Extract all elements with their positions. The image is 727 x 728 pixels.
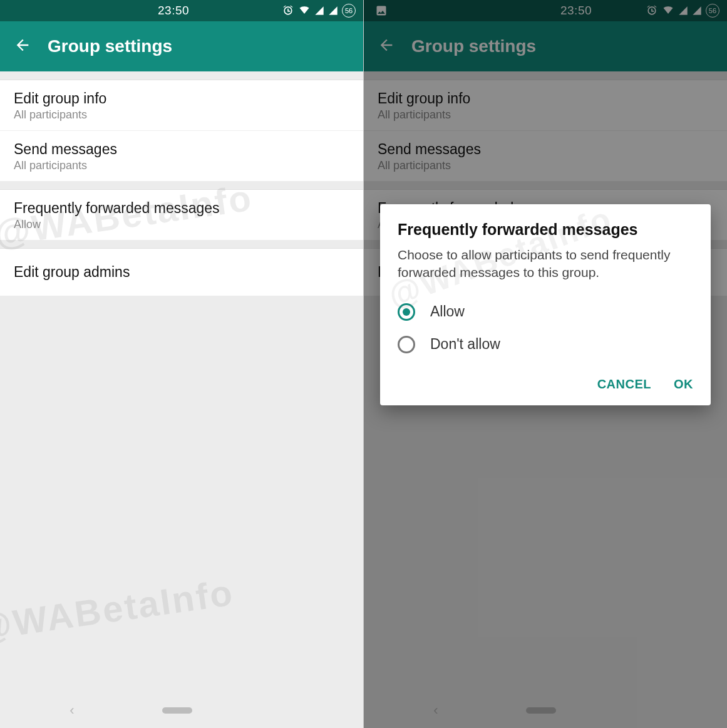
radio-icon[interactable] [398, 336, 415, 353]
battery-icon: 56 [342, 4, 356, 18]
signal-icon [328, 6, 338, 16]
setting-send-messages[interactable]: Send messages All participants [0, 131, 363, 181]
setting-subtitle: Allow [14, 218, 349, 231]
navigation-bar: ‹ [0, 693, 363, 728]
back-icon[interactable] [14, 36, 31, 57]
screenshot-right: 23:50 56 Group settings Edit group info … [364, 0, 727, 728]
settings-group-forwarded: Frequently forwarded messages Allow [0, 190, 363, 240]
setting-frequently-forwarded[interactable]: Frequently forwarded messages Allow [0, 190, 363, 240]
section-gap [0, 181, 363, 190]
wifi-icon [298, 4, 311, 17]
setting-subtitle: All participants [14, 108, 349, 122]
settings-group-permissions: Edit group info All participants Send me… [0, 80, 363, 181]
cancel-button[interactable]: CANCEL [597, 377, 651, 392]
setting-title: Edit group admins [14, 264, 349, 281]
settings-group-admins: Edit group admins [0, 249, 363, 296]
nav-home-icon[interactable] [162, 707, 192, 714]
setting-title: Send messages [14, 141, 349, 158]
page-title: Group settings [48, 36, 172, 56]
radio-label: Allow [430, 303, 465, 320]
ok-button[interactable]: OK [674, 377, 693, 392]
alarm-icon [282, 4, 294, 17]
nav-back-icon[interactable]: ‹ [70, 702, 74, 719]
radio-option-dont-allow[interactable]: Don't allow [398, 328, 693, 361]
radio-label: Don't allow [430, 336, 500, 353]
signal-icon [314, 6, 324, 16]
dialog-actions: CANCEL OK [398, 377, 693, 398]
watermark: @WABetaInfo [0, 571, 237, 648]
setting-subtitle: All participants [14, 159, 349, 172]
setting-edit-group-info[interactable]: Edit group info All participants [0, 80, 363, 131]
radio-option-allow[interactable]: Allow [398, 296, 693, 328]
setting-title: Edit group info [14, 90, 349, 107]
dialog-frequently-forwarded: Frequently forwarded messages Choose to … [380, 204, 711, 405]
screenshot-left: 23:50 56 Group settings Edit group info … [0, 0, 363, 728]
status-bar: 23:50 56 [0, 0, 363, 21]
section-gap [0, 71, 363, 80]
app-bar: Group settings [0, 21, 363, 71]
dialog-description: Choose to allow participants to send fre… [398, 246, 693, 282]
setting-title: Frequently forwarded messages [14, 200, 349, 217]
dialog-title: Frequently forwarded messages [398, 221, 693, 239]
section-gap [0, 240, 363, 249]
clock-time: 23:50 [158, 4, 189, 18]
setting-edit-group-admins[interactable]: Edit group admins [0, 249, 363, 296]
radio-icon[interactable] [398, 303, 415, 321]
